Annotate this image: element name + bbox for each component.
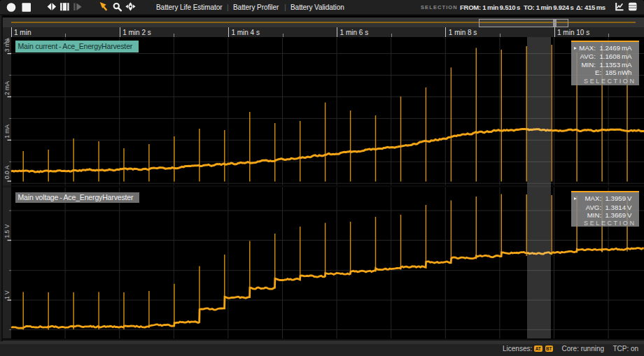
svg-text:1 V: 1 V xyxy=(4,290,10,299)
svg-text:0.0 A: 0.0 A xyxy=(4,165,10,179)
svg-text:2 mA: 2 mA xyxy=(4,81,10,95)
svg-text:1 mA: 1 mA xyxy=(4,124,10,138)
svg-text:1.5 V: 1.5 V xyxy=(4,224,10,238)
